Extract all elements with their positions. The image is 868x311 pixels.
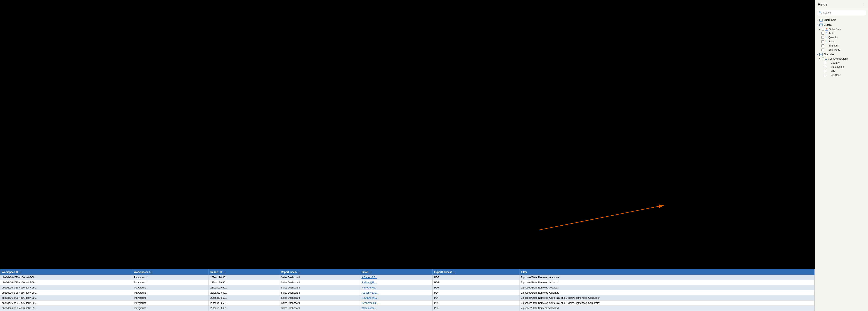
cell-workspace-id: bbe1de26-df26-4b66-ba87-09... <box>0 301 132 306</box>
quantity-checkbox[interactable] <box>822 36 824 39</box>
col-filter[interactable]: Filter <box>519 269 814 275</box>
customers-expand-arrow: ► <box>816 19 818 21</box>
cell-workspace-name: Playground <box>132 275 209 280</box>
col-report-id-label: Report_ID <box>210 271 222 274</box>
col-email-filter-icon[interactable] <box>369 271 371 273</box>
state-name-checkbox[interactable] <box>824 66 826 68</box>
field-item-sales[interactable]: Σ Sales <box>816 39 868 44</box>
cell-report-naam: Sales Dashboard <box>279 280 360 285</box>
table-row: bbe1de26-df26-4b66-ba87-09...Playground2… <box>0 290 814 296</box>
field-item-segment[interactable]: Segment <box>816 44 868 48</box>
col-filter-label: Filter <box>521 271 527 274</box>
cell-report-naam: Sales Dashboard <box>279 296 360 301</box>
field-item-order-date[interactable]: ► 📅 Order Date <box>816 27 868 31</box>
customers-label: Customers <box>824 19 836 22</box>
ship-mode-checkbox[interactable] <box>822 48 824 51</box>
field-item-zip-code[interactable]: Zip Code <box>816 73 868 77</box>
zipcodes-check-icon: ✓ <box>816 53 818 56</box>
segment-checkbox[interactable] <box>822 44 824 47</box>
field-group-customers-header[interactable]: ► Customers <box>815 18 868 22</box>
zip-code-label: Zip Code <box>831 74 841 77</box>
cell-report-id: 28feacc9-6601 <box>209 280 279 285</box>
table-header-row: Workspace ID Workspacen Report_ID <box>0 269 814 275</box>
field-item-city[interactable]: City <box>816 69 868 73</box>
cell-report-id: 28feacc9-6601 <box>209 296 279 301</box>
cell-workspace-id: bbe1de26-df26-4b66-ba87-09... <box>0 296 132 301</box>
col-email-label: Email <box>362 271 368 274</box>
fields-title: Fields <box>818 3 827 6</box>
col-report-id[interactable]: Report_ID <box>209 269 279 275</box>
profit-checkbox[interactable] <box>822 32 824 35</box>
order-date-checkbox[interactable] <box>822 28 824 31</box>
hierarchy-icon: ☰ <box>825 58 827 60</box>
cell-workspace-name: Playground <box>132 301 209 306</box>
cell-report-id: 28feacc9-6601 <box>209 290 279 296</box>
city-checkbox[interactable] <box>824 70 826 72</box>
sales-label: Sales <box>829 40 835 43</box>
zip-code-checkbox[interactable] <box>824 74 826 76</box>
orders-check-icon: ✓ <box>816 24 818 26</box>
field-item-profit[interactable]: Σ Profit <box>816 31 868 35</box>
cell-email: T.Ashbrook@... <box>360 301 433 306</box>
fields-search-box[interactable]: 🔍 <box>817 10 866 15</box>
country-hierarchy-checkbox[interactable] <box>822 58 824 60</box>
fields-panel: Fields › 🔍 ► Customers ✓ Orders <box>815 0 868 311</box>
order-date-label: Order Date <box>829 28 841 31</box>
quantity-label: Quantity <box>829 36 838 39</box>
table-row: bbe1de26-df26-4b66-ba87-09...Playground2… <box>0 285 814 290</box>
cell-filter: Zipcodes/State Nameeq 'Maryland' <box>519 306 814 311</box>
country-hierarchy-label: Country Hierarchy <box>828 57 848 60</box>
field-group-zipcodes: ✓ Zipcodes ► ☰ Country Hierarchy Country <box>815 52 868 77</box>
cell-export-formaat: PDF <box>433 290 519 296</box>
sales-checkbox[interactable] <box>822 40 824 43</box>
cell-workspace-name: Playground <box>132 306 209 311</box>
col-email[interactable]: Email <box>360 269 433 275</box>
cell-workspace-name: Playground <box>132 285 209 290</box>
cell-filter: Zipcodes/State Name eq 'Akansas' <box>519 285 814 290</box>
cell-filter: Zipcodes/State Name eq 'Alabama' <box>519 275 814 280</box>
field-group-orders-header[interactable]: ✓ Orders <box>815 23 868 27</box>
col-export-formaat-filter-icon[interactable] <box>453 271 455 273</box>
fields-list: ► Customers ✓ Orders ► 📅 Order Date <box>815 17 868 78</box>
order-date-expand-arrow: ► <box>819 28 821 30</box>
cell-report-naam: Sales Dashboard <box>279 285 360 290</box>
city-label: City <box>831 70 835 72</box>
ship-mode-label: Ship Mode <box>829 48 840 51</box>
col-workspace-id-filter-icon[interactable] <box>19 271 21 273</box>
col-workspace-name-label: Workspacen <box>134 271 148 274</box>
col-workspace-name[interactable]: Workspacen <box>132 269 209 275</box>
cell-workspace-name: Playground <box>132 280 209 285</box>
fields-search-input[interactable] <box>823 11 864 14</box>
field-item-ship-mode[interactable]: Ship Mode <box>816 48 868 52</box>
cell-report-naam: Sales Dashboard <box>279 306 360 311</box>
col-report-naam-filter-icon[interactable] <box>298 271 300 273</box>
col-export-formaat[interactable]: ExportFormaat <box>433 269 519 275</box>
field-item-country-hierarchy[interactable]: ► ☰ Country Hierarchy <box>816 57 868 61</box>
table-row: bbe1de26-df26-4b66-ba87-09...Playground2… <box>0 306 814 311</box>
field-item-state-name[interactable]: State Name <box>816 65 868 69</box>
sales-sigma-icon: Σ <box>825 40 828 43</box>
col-report-id-filter-icon[interactable] <box>223 271 225 273</box>
cell-workspace-id: bbe1de26-df26-4b66-ba87-09... <box>0 275 132 280</box>
search-icon: 🔍 <box>819 11 822 14</box>
cell-workspace-id: bbe1de26-df26-4b66-ba87-09... <box>0 306 132 311</box>
cell-workspace-name: Playground <box>132 290 209 296</box>
col-report-naam[interactable]: Report_naam <box>279 269 360 275</box>
fields-collapse-button[interactable]: › <box>863 2 865 6</box>
cell-email: J.Snocksy@... <box>360 285 433 290</box>
country-checkbox[interactable] <box>824 62 826 64</box>
col-workspace-id[interactable]: Workspace ID <box>0 269 132 275</box>
data-table: Workspace ID Workspacen Report_ID <box>0 269 814 311</box>
orders-table-icon <box>819 24 823 26</box>
field-group-orders: ✓ Orders ► 📅 Order Date Σ Profit <box>815 23 868 52</box>
col-workspace-name-filter-icon[interactable] <box>150 271 152 273</box>
cell-export-formaat: PDF <box>433 306 519 311</box>
cell-email: T..Chand @E... <box>360 296 433 301</box>
field-item-quantity[interactable]: Σ Quantity <box>816 35 868 39</box>
field-group-zipcodes-header[interactable]: ✓ Zipcodes <box>815 52 868 57</box>
cell-report-naam: Sales Dashboard <box>279 301 360 306</box>
zipcodes-label: Zipcodes <box>824 53 834 56</box>
table-row: bbe1de26-df26-4b66-ba87-09...Playground2… <box>0 301 814 306</box>
field-item-country[interactable]: Country <box>816 61 868 65</box>
col-workspace-id-label: Workspace ID <box>2 271 18 274</box>
